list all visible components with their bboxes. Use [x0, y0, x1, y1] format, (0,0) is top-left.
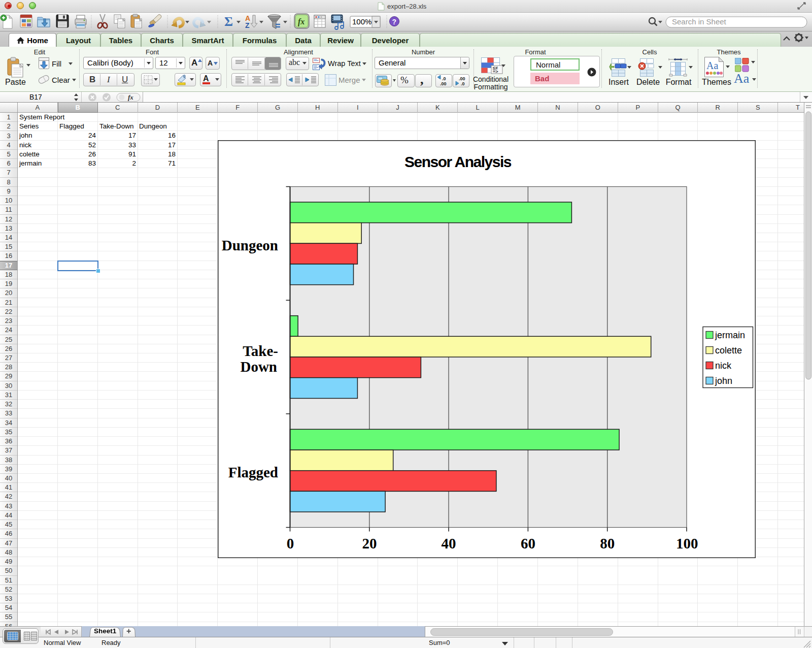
svg-text:.0: .0 — [461, 81, 465, 86]
svg-text:Aa: Aa — [706, 60, 718, 71]
svg-text:60: 60 — [521, 535, 535, 552]
svg-text:Dungeon: Dungeon — [222, 237, 278, 253]
svg-text:20: 20 — [362, 535, 377, 552]
svg-text:100: 100 — [676, 535, 698, 552]
svg-text:jermain: jermain — [715, 330, 745, 340]
svg-text:Search in Sheet: Search in Sheet — [672, 17, 727, 26]
svg-text:john: john — [715, 376, 732, 386]
svg-text:40: 40 — [442, 535, 456, 552]
svg-text:Σ: Σ — [224, 14, 233, 29]
svg-text:Flagged: Flagged — [228, 464, 278, 480]
svg-text:fx: fx — [298, 17, 304, 26]
svg-text:0: 0 — [287, 535, 294, 552]
svg-text:100%: 100% — [352, 17, 371, 26]
svg-text:=>: => — [493, 69, 498, 74]
svg-text:colette: colette — [715, 345, 742, 355]
svg-text:.00: .00 — [440, 81, 447, 86]
svg-text:fx: fx — [128, 93, 133, 101]
svg-text:Down: Down — [240, 359, 277, 375]
svg-text:.0: .0 — [442, 76, 446, 81]
svg-text:Sensor Analysis: Sensor Analysis — [404, 153, 512, 170]
svg-text:Take-: Take- — [243, 343, 278, 359]
svg-text:Z: Z — [245, 21, 250, 29]
svg-text:80: 80 — [600, 535, 615, 552]
svg-text:nick: nick — [715, 361, 732, 371]
svg-text:?: ? — [392, 18, 397, 26]
svg-text:.00: .00 — [459, 76, 465, 81]
